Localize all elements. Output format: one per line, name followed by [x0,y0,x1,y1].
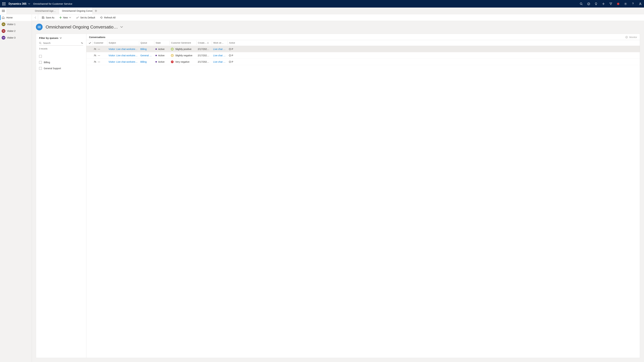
session-rail: Home V1 Visitor 1 V2 Visitor 2 V3 Visito… [0,14,32,362]
grid-body[interactable]: --- Visitor: Live chat workstream Billin… [86,46,640,358]
sentiment-face-icon [171,60,174,63]
cell-created: 2/17/2020… [196,60,212,63]
rail-visitor-1-label: Visitor 1 [7,23,16,26]
col-active[interactable]: Active [228,41,236,45]
command-bar: Save As New Set As Default Refresh All [32,14,644,21]
cell-workstream-link[interactable]: Live chat works [212,54,228,57]
people-icon [94,60,96,63]
col-created-label: Create… [198,41,206,44]
new-label: New [63,16,68,19]
cell-created: 2/17/2020… [196,48,212,50]
cell-customer-value: --- [98,48,100,50]
sort-toggle-icon[interactable] [81,42,83,44]
task-checkmark-icon[interactable] [585,0,592,7]
tab-omnichannel-agent[interactable]: Omnichannel Age… [32,7,59,14]
grid-header-row: Customer Subject Queue State Customer Se… [86,40,640,46]
settings-gear-icon[interactable] [622,0,629,7]
queue-search-input[interactable] [43,42,79,44]
cell-created: 2/17/2020… [196,54,212,57]
svg-point-25 [94,61,95,62]
save-as-button[interactable]: Save As [40,14,56,21]
cell-sentiment-value: Slightly negative [175,54,192,57]
cell-active-value: P [232,54,233,57]
queue-filter-general-label: General Support [44,67,61,70]
rail-visitor-1[interactable]: V1 Visitor 1 [0,21,32,28]
cell-subject-link[interactable]: Visitor: Live chat workstream [107,60,139,63]
refresh-all-label: Refresh All [104,16,116,19]
set-default-button[interactable]: Set As Default [74,14,97,21]
app-name-label: Omnichannel for Customer Service [33,2,72,5]
app-launcher-icon[interactable] [0,0,8,7]
cell-queue-link[interactable]: Billing [139,48,154,50]
table-row[interactable]: --- Visitor: Live chat workstream Genera… [86,52,640,59]
refresh-all-button[interactable]: Refresh All [98,14,118,21]
tab-add-button[interactable] [92,7,99,14]
col-workstream[interactable]: Work str… [212,41,228,45]
col-subject[interactable]: Subject [107,41,139,45]
help-icon[interactable] [629,0,636,7]
col-queue[interactable]: Queue [139,41,154,45]
cell-subject-link[interactable]: Visitor: Live chat workstream [107,54,139,57]
search-icon[interactable] [578,0,585,7]
new-button[interactable]: New [57,14,73,21]
rail-visitor-2[interactable]: V2 Visitor 2 [0,28,32,34]
table-row[interactable]: --- Visitor: Live chat workstream Billin… [86,59,640,65]
svg-rect-16 [38,27,39,28]
session-tabs-row: Omnichannel Age… Omnichannel Ongoing Con… [0,7,644,14]
col-created[interactable]: Create… [196,41,212,45]
table-row[interactable]: --- Visitor: Live chat workstream Billin… [86,46,640,52]
col-sentiment[interactable]: Customer Sentiment [170,41,196,45]
svg-point-9 [640,3,641,4]
cell-sentiment: Very negative [170,60,196,63]
people-icon [94,48,96,50]
cell-workstream-link[interactable]: Live chat works [212,48,228,50]
plus-icon[interactable] [600,0,607,7]
view-selector-chevron-icon[interactable] [120,26,123,28]
checkbox[interactable] [39,67,42,70]
state-dot-icon [156,61,157,62]
rail-visitor-3[interactable]: V3 Visitor 3 [0,34,32,41]
monitor-button[interactable]: Monitor [625,36,637,38]
col-select-all[interactable] [88,41,92,45]
cell-active-value: P [232,60,233,63]
cell-state-value: Active [158,54,164,57]
presence-indicator[interactable] [614,0,622,7]
brand-label[interactable]: Dynamics 365 [8,2,26,5]
cell-workstream-link[interactable]: Live chat works [212,60,228,63]
cell-state-value: Active [158,60,164,63]
tab-ongoing-conversations[interactable]: Omnichannel Ongoing Conve… [59,7,92,14]
rail-home-label: Home [6,16,12,19]
cell-queue-link[interactable]: General Suppo [139,54,154,57]
sentiment-face-icon [171,48,174,50]
records-count-label: 3 records [39,48,83,50]
cell-state: Active [154,48,170,50]
checkbox[interactable] [39,61,42,64]
svg-rect-14 [38,26,39,27]
lightbulb-icon[interactable] [592,0,600,7]
queue-filter-billing[interactable]: Billing [39,59,83,65]
brand-chevron-icon[interactable] [28,3,30,4]
svg-point-2 [588,3,590,5]
sidebar-toggle-button[interactable] [0,7,7,14]
svg-point-8 [633,4,633,5]
col-state[interactable]: State [154,41,170,45]
back-button[interactable] [34,14,38,21]
queue-filter-billing-label: Billing [44,61,50,64]
queue-filter-general[interactable]: General Support [39,65,83,71]
queue-filter-all[interactable] [39,53,83,59]
checkbox[interactable] [39,55,42,58]
svg-line-1 [582,4,582,5]
account-person-icon[interactable] [636,0,644,7]
rail-home[interactable]: Home [0,14,32,21]
state-dot-icon [156,55,157,56]
filter-funnel-icon[interactable] [607,0,614,7]
plus-icon [59,16,62,19]
cell-customer: --- [92,54,107,57]
cell-queue-link[interactable]: Billing [139,60,154,63]
cell-subject-link[interactable]: Visitor: Live chat workstream [107,48,139,50]
col-customer[interactable]: Customer [92,41,107,45]
avatar-v2: V2 [2,29,5,33]
grid-title-label: Conversations [89,36,105,38]
cell-sentiment-value: Very negative [175,60,190,63]
filter-title-row[interactable]: Filter by queues [39,36,83,39]
